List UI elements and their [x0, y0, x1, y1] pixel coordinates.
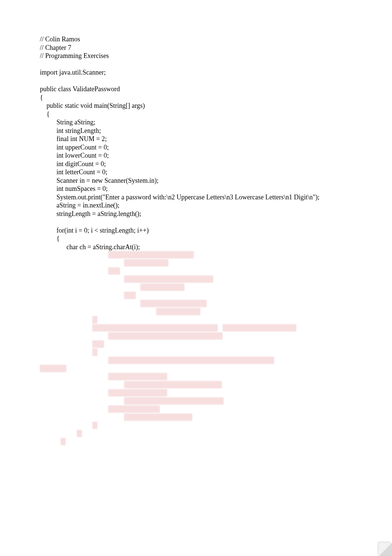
redaction-bar — [61, 438, 66, 445]
redaction-bar — [124, 275, 213, 283]
code-block: // Colin Ramos // Chapter 7 // Programmi… — [40, 35, 352, 251]
redaction-bar — [77, 430, 82, 437]
redaction-bar — [124, 292, 136, 299]
redaction-bar — [92, 422, 97, 429]
redaction-bar — [108, 389, 167, 397]
redaction-bar — [140, 300, 207, 307]
redaction-bar — [108, 405, 160, 413]
redaction-bar — [124, 413, 192, 421]
redaction-bar — [92, 340, 104, 348]
redaction-bar — [124, 259, 168, 267]
redaction-bar — [40, 365, 66, 372]
redaction-bar — [92, 324, 218, 332]
redaction-bar — [124, 381, 222, 388]
redaction-bar — [108, 357, 274, 364]
redaction-bar — [156, 308, 200, 315]
redaction-bar — [108, 267, 120, 275]
redaction-bar — [92, 316, 97, 323]
document-page: // Colin Ramos // Chapter 7 // Programmi… — [0, 0, 392, 556]
redaction-bar — [223, 324, 296, 332]
page-corner-fold-icon — [379, 543, 392, 556]
redaction-bar — [140, 284, 185, 291]
redaction-bar — [124, 397, 224, 405]
redaction-bar — [108, 373, 167, 380]
document-content: // Colin Ramos // Chapter 7 // Programmi… — [40, 35, 352, 251]
redaction-bar — [92, 349, 97, 356]
redaction-bar — [108, 251, 194, 258]
redaction-bar — [108, 332, 223, 340]
